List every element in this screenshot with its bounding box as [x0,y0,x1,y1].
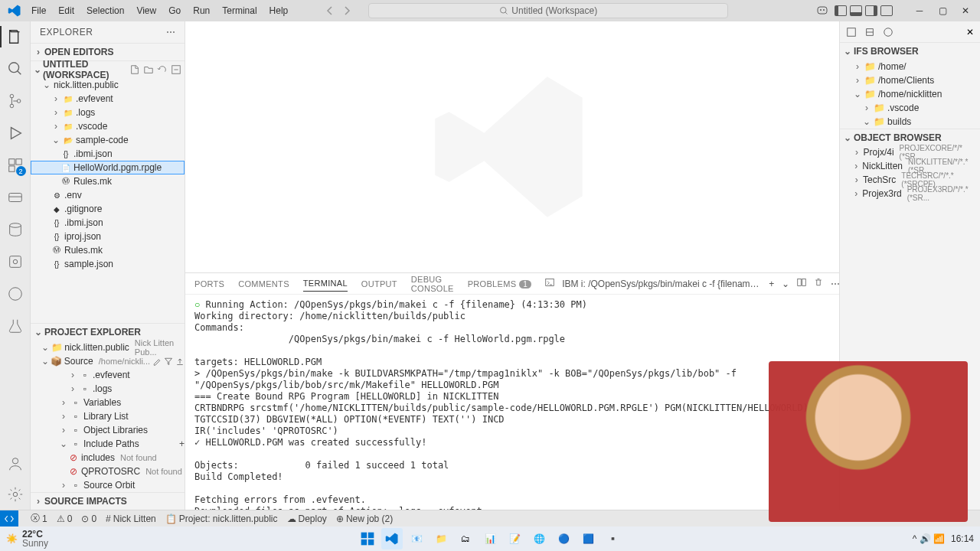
collapse-icon[interactable] [171,64,181,75]
terminal-output[interactable]: ○ Running Action: /QOpenSys/pkgs/bin/mak… [185,295,839,510]
weather-widget[interactable]: ☀️ 22°C Sunny [6,530,48,548]
file--ibmi-json[interactable]: {}.ibmi.json [31,216,185,230]
tray-icons[interactable]: ^ 🔊 📶 [913,533,945,544]
file--evfevent[interactable]: ›📁.evfevent [31,92,185,106]
status-warnings[interactable]: ⚠ 0 [57,514,73,524]
project-icon[interactable] [6,253,24,271]
ifs--home-nicklitten[interactable]: ⌄📁/home/nicklitten [840,87,980,101]
menu-selection[interactable]: Selection [81,4,129,18]
task-chrome-icon[interactable]: 🌐 [528,528,550,549]
split-terminal-icon[interactable] [797,278,806,289]
action1-icon[interactable] [846,27,857,37]
file--env[interactable]: ⚙.env [31,188,185,202]
search-activity-icon[interactable] [6,60,24,78]
pe-Library-List[interactable]: ›▫Library List [31,409,185,423]
pe-Source-Orbit[interactable]: ›▫Source Orbit [31,478,185,492]
terminal-dropdown-icon[interactable]: ⌄ [782,279,789,289]
panel-tab-ports[interactable]: PORTS [194,276,224,292]
layout-bottom-icon[interactable] [850,5,862,16]
workspace-header[interactable]: ⌄ UNTITLED (WORKSPACE) [31,61,185,78]
debug-icon[interactable] [6,124,24,142]
pe-Object-Libraries[interactable]: ›▫Object Libraries [31,423,185,437]
file--ibmi-json[interactable]: {}.ibmi.json [31,147,185,161]
ifs-builds[interactable]: ⌄📁builds [840,115,980,129]
status-user[interactable]: # Nick Litten [106,514,156,524]
status-deploy[interactable]: ☁ Deploy [287,514,327,524]
refresh-icon[interactable] [157,64,168,75]
upload-icon[interactable] [175,357,185,366]
new-file-icon[interactable] [129,64,140,75]
more-icon[interactable]: ⋯ [166,27,176,37]
task-vscode-icon[interactable] [381,528,403,549]
trash-icon[interactable] [814,278,823,289]
action3-icon[interactable] [883,27,893,37]
nav-back-icon[interactable] [324,5,336,17]
task-app3-icon[interactable]: 📝 [504,528,525,549]
pe-Variables[interactable]: ›▫Variables [31,396,185,409]
panel-tab-problems[interactable]: PROBLEMS1 [468,276,531,292]
task-browser-icon[interactable]: 🟦 [577,528,599,549]
file--vscode[interactable]: ›📁.vscode [31,119,185,133]
object-browser-header[interactable]: ⌄ OBJECT BROWSER [840,129,980,145]
add-icon[interactable]: + [179,439,185,449]
layout-custom-icon[interactable] [880,5,893,16]
close-button[interactable]: ✕ [954,0,977,21]
task-outlook-icon[interactable]: 📧 [406,528,427,549]
menu-terminal[interactable]: Terminal [217,4,262,18]
layout-left-icon[interactable] [835,5,847,16]
misc-icon[interactable] [6,285,24,303]
file-HelloWorld-pgm-rpgle[interactable]: 📄HelloWorld.pgm.rpgle [31,161,185,174]
minimize-button[interactable]: ─ [908,0,931,21]
panel-tab-debug-console[interactable]: DEBUG CONSOLE [411,272,454,296]
edit-icon[interactable] [152,357,162,366]
status-newjob[interactable]: ⊕ New job (2) [336,514,393,524]
layout-right-icon[interactable] [865,5,877,16]
panel-tab-output[interactable]: OUTPUT [361,276,397,292]
explorer-icon[interactable] [6,28,24,46]
new-folder-icon[interactable] [143,64,154,75]
start-button[interactable] [357,528,378,549]
file-iproj-json[interactable]: {}iproj.json [31,230,185,243]
filter-icon[interactable] [164,357,173,366]
file-sample-code[interactable]: ⌄📂sample-code [31,133,185,147]
scm-icon[interactable] [6,92,24,110]
ibmi-icon[interactable] [6,188,24,207]
pe-includes[interactable]: ⊘includesNot found [31,451,185,465]
ifs--home-[interactable]: ›📁/home/ [840,60,980,73]
file-sample-json[interactable]: {}sample.json [31,257,185,271]
task-terminal-icon[interactable]: ▪️ [602,528,623,549]
action2-icon[interactable] [864,27,875,37]
nav-forward-icon[interactable] [341,5,353,17]
extensions-icon[interactable]: 2 [6,156,24,174]
copilot-icon[interactable] [816,4,828,18]
file-Rules-mk[interactable]: ⓂRules.mk [31,243,185,257]
status-ports[interactable]: ⊙ 0 [81,514,96,524]
maximize-button[interactable]: ▢ [931,0,954,21]
panel-tab-terminal[interactable]: TERMINAL [303,276,348,292]
ob-Projex3rd[interactable]: ›Projex3rdPROJEX3RD/*/*.* (*SR... [840,187,980,201]
ifs--vscode[interactable]: ›📁.vscode [840,101,980,115]
status-errors[interactable]: ⓧ 1 [31,512,47,525]
task-explorer-icon[interactable]: 📁 [430,528,452,549]
source-impacts-header[interactable]: › SOURCE IMPACTS [31,493,185,510]
task-app1-icon[interactable]: 🗂 [455,528,476,549]
pe-QPROTOSRC[interactable]: ⊘QPROTOSRCNot found [31,465,185,478]
test-icon[interactable] [6,317,24,335]
menu-edit[interactable]: Edit [53,4,80,18]
file-Rules-mk[interactable]: ⓂRules.mk [31,174,185,188]
clock[interactable]: 16:14 [951,533,974,544]
task-edge-icon[interactable]: 🔵 [553,528,574,549]
pe-Include-Paths[interactable]: ⌄▫Include Paths+ [31,437,185,451]
settings-icon[interactable] [6,485,24,504]
menu-file[interactable]: File [26,4,51,18]
menu-help[interactable]: Help [264,4,294,18]
pe--logs[interactable]: ›▫.logs [31,382,185,396]
remote-indicator[interactable] [0,510,18,527]
menu-run[interactable]: Run [188,4,215,18]
menu-view[interactable]: View [131,4,162,18]
account-icon[interactable] [6,455,24,473]
ifs--home-Clients[interactable]: ›📁/home/Clients [840,73,980,87]
command-center[interactable]: Untitled (Workspace) [368,3,728,18]
db-icon[interactable] [6,220,24,239]
close-right-icon[interactable]: ✕ [966,27,974,37]
